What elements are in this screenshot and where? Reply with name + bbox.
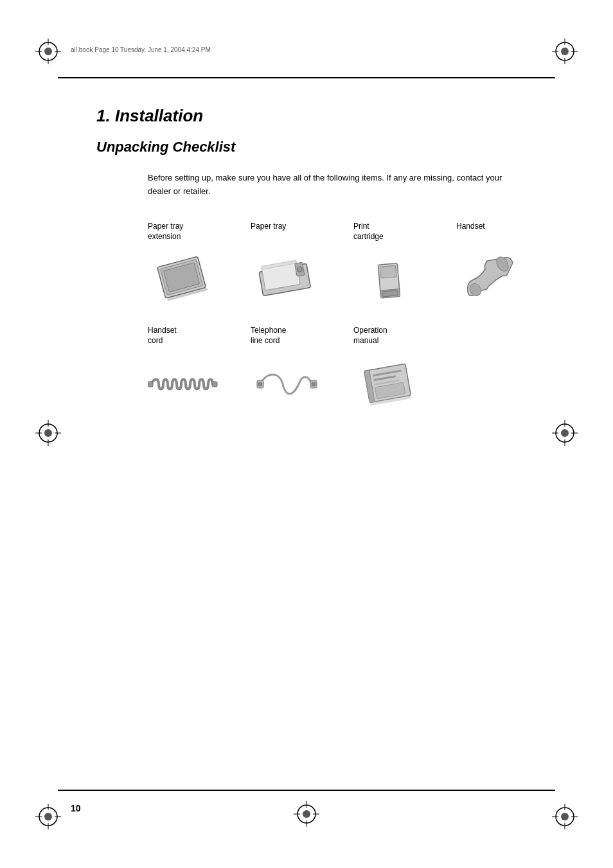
svg-point-1 [44, 48, 52, 55]
bottom-border [58, 790, 555, 791]
svg-rect-52 [380, 265, 396, 278]
page: all.book Page 10 Tuesday, June 1, 2004 4… [0, 0, 613, 868]
item-label-handset-cord: Handsetcord [148, 325, 177, 347]
bottom-center-mark [294, 801, 319, 829]
item-label-handset: Handset [456, 221, 485, 243]
item-image-paper-tray-extension [148, 248, 218, 306]
corner-mark-br [552, 804, 578, 829]
main-content: 1. Installation Unpacking Checklist Befo… [58, 87, 555, 781]
svg-point-7 [561, 48, 569, 55]
svg-rect-54 [382, 290, 398, 296]
svg-point-25 [44, 429, 52, 437]
corner-mark-tr [552, 39, 578, 64]
item-operation-manual: Operationmanual [353, 325, 456, 410]
items-grid: Paper trayextension [148, 221, 529, 410]
svg-point-19 [561, 813, 569, 820]
svg-point-37 [303, 810, 310, 818]
item-image-paper-tray [251, 248, 321, 306]
item-image-print-cartridge [353, 248, 424, 306]
items-row-1: Paper trayextension [148, 221, 529, 306]
svg-rect-58 [212, 382, 217, 387]
item-paper-tray: Paper tray [251, 221, 353, 306]
svg-rect-60 [258, 382, 262, 386]
section-heading: Unpacking Checklist [96, 139, 555, 155]
item-image-operation-manual [353, 352, 424, 410]
corner-mark-bl [35, 804, 61, 829]
item-label-paper-tray: Paper tray [251, 221, 286, 243]
side-mark-left [35, 420, 61, 448]
item-image-handset [456, 248, 527, 306]
item-print-cartridge: Printcartridge [353, 221, 456, 306]
item-paper-tray-extension: Paper trayextension [148, 221, 251, 306]
page-number: 10 [71, 803, 81, 813]
svg-point-31 [561, 429, 569, 437]
item-handset-cord: Handsetcord [148, 325, 251, 410]
top-border [58, 77, 555, 78]
intro-paragraph: Before setting up, make sure you have al… [148, 172, 517, 199]
item-telephone-line-cord: Telephoneline cord [251, 325, 353, 410]
item-handset: Handset [456, 221, 559, 306]
header-bar-text: all.book Page 10 Tuesday, June 1, 2004 4… [71, 46, 211, 53]
chapter-heading: 1. Installation [96, 106, 555, 126]
item-label-telephone-line-cord: Telephoneline cord [251, 325, 286, 347]
item-image-handset-cord [148, 352, 218, 410]
corner-mark-tl [35, 39, 61, 64]
item-label-print-cartridge: Printcartridge [353, 221, 384, 243]
svg-rect-57 [148, 382, 153, 387]
item-image-telephone-line-cord [251, 352, 321, 410]
svg-point-13 [44, 813, 52, 820]
item-label-operation-manual: Operationmanual [353, 325, 387, 347]
side-mark-right [552, 420, 578, 448]
svg-rect-62 [312, 382, 315, 386]
item-label-paper-tray-extension: Paper trayextension [148, 221, 183, 243]
items-row-2: Handsetcord [148, 325, 529, 410]
